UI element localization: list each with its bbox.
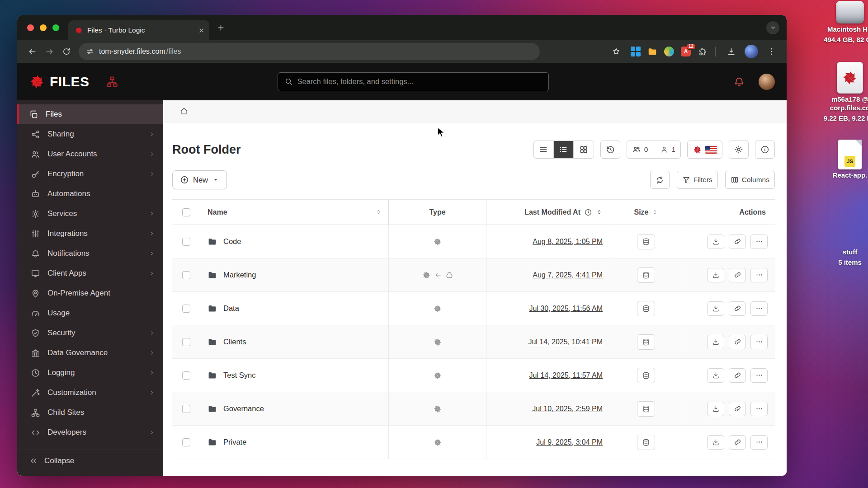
sidebar-item-notifications[interactable]: Notifications [17, 244, 163, 263]
row-checkbox[interactable] [182, 338, 190, 346]
site-settings-icon[interactable] [86, 47, 94, 56]
size-button[interactable] [637, 401, 655, 417]
download-button[interactable] [707, 335, 724, 349]
info-button[interactable] [755, 141, 775, 159]
row-checkbox[interactable] [182, 438, 190, 446]
zoom-window-button[interactable] [52, 24, 59, 31]
modified-date-link[interactable]: Aug 8, 2025, 1:05 PM [533, 238, 603, 246]
modified-date-link[interactable]: Jul 14, 2025, 10:41 PM [528, 338, 603, 346]
columns-button[interactable]: Columns [725, 171, 775, 189]
table-row[interactable]: Governance Jul 10, 2025, 2:59 PM [172, 392, 775, 426]
share-link-button[interactable] [729, 301, 746, 316]
file-name[interactable]: Marketing [223, 271, 256, 279]
share-link-button[interactable] [729, 268, 746, 282]
row-checkbox[interactable] [182, 238, 190, 246]
settings-button[interactable] [729, 141, 749, 159]
sidebar-item-security[interactable]: Security [17, 323, 163, 343]
size-button[interactable] [637, 368, 655, 383]
grid-view-button[interactable] [574, 141, 594, 158]
browser-profile-avatar[interactable] [745, 45, 758, 58]
global-search[interactable] [278, 72, 549, 91]
back-button[interactable] [24, 43, 41, 60]
sidebar-item-child-sites[interactable]: Child Sites [17, 403, 163, 422]
sidebar-item-usage[interactable]: Usage [17, 303, 163, 323]
bookmark-star-button[interactable] [608, 43, 625, 60]
new-button[interactable]: New [172, 170, 227, 189]
download-button[interactable] [707, 368, 724, 383]
minimize-window-button[interactable] [40, 24, 47, 31]
more-actions-button[interactable] [750, 368, 768, 383]
more-actions-button[interactable] [750, 435, 768, 450]
download-button[interactable] [707, 435, 724, 450]
region-brand-button[interactable] [687, 141, 722, 159]
sidebar-item-integrations[interactable]: Integrations [17, 224, 163, 244]
new-tab-button[interactable] [217, 23, 225, 32]
extension-icon-2[interactable] [646, 46, 658, 57]
sidebar-item-data-governance[interactable]: Data Governance [17, 343, 163, 363]
tab-search-chevron-button[interactable] [766, 21, 779, 34]
file-name[interactable]: Clients [223, 338, 246, 346]
size-button[interactable] [637, 435, 655, 450]
file-name[interactable]: Governance [223, 404, 264, 413]
filters-button[interactable]: Filters [677, 171, 718, 189]
extensions-menu-button[interactable] [697, 46, 708, 57]
size-button[interactable] [637, 234, 655, 249]
size-button[interactable] [637, 334, 655, 350]
clock-icon[interactable] [584, 208, 592, 216]
share-link-button[interactable] [729, 368, 746, 383]
file-name[interactable]: Private [223, 438, 246, 446]
reload-button[interactable] [58, 43, 75, 60]
user-avatar[interactable] [759, 74, 775, 90]
more-actions-button[interactable] [750, 301, 768, 316]
desktop-icon-macintosh-hd[interactable]: Macintosh HD 494.4 GB, 82 GB [829, 1, 868, 44]
share-link-button[interactable] [729, 335, 746, 349]
sidebar-item-customization[interactable]: Customization [17, 383, 163, 403]
notifications-bell-icon[interactable] [733, 76, 745, 88]
more-actions-button[interactable] [750, 235, 768, 249]
extension-icon-3[interactable] [663, 46, 675, 57]
table-row[interactable]: Clients Jul 14, 2025, 10:41 PM [172, 325, 775, 359]
desktop-icon-files-drive[interactable]: m56a178 @ corp.files.co 9.22 EB, 9.22 EB [829, 62, 868, 122]
more-actions-button[interactable] [750, 268, 768, 282]
list-view-button[interactable] [534, 141, 554, 158]
modified-date-link[interactable]: Jul 10, 2025, 2:59 PM [532, 405, 603, 413]
history-button[interactable] [600, 141, 620, 159]
extension-icon-4[interactable]: A 12 [680, 46, 692, 57]
extension-icon-1[interactable] [630, 46, 642, 57]
shared-users-button[interactable]: 0 1 [627, 141, 681, 159]
download-button[interactable] [707, 235, 724, 249]
sort-icon[interactable] [651, 209, 658, 216]
files-logo[interactable]: FILES [29, 74, 90, 90]
row-checkbox[interactable] [182, 371, 190, 380]
forward-button[interactable] [41, 43, 58, 60]
address-bar[interactable]: tom-snyder.files.com/files [79, 43, 540, 60]
sidebar-item-logging[interactable]: Logging [17, 363, 163, 383]
size-button[interactable] [637, 267, 655, 283]
home-icon[interactable] [179, 107, 189, 116]
row-checkbox[interactable] [182, 305, 190, 313]
row-checkbox[interactable] [182, 405, 190, 413]
sort-icon[interactable] [596, 209, 603, 216]
search-input[interactable] [297, 77, 542, 86]
share-link-button[interactable] [729, 402, 746, 416]
select-all-checkbox[interactable] [182, 208, 190, 216]
sidebar-item-services[interactable]: Services [17, 204, 163, 224]
browser-menu-button[interactable] [763, 43, 780, 60]
download-button[interactable] [707, 301, 724, 316]
download-button[interactable] [707, 402, 724, 416]
sort-icon[interactable] [375, 209, 382, 216]
table-row[interactable]: Data Jul 30, 2025, 11:56 AM [172, 292, 775, 325]
sidebar-item-automations[interactable]: Automations [17, 184, 163, 204]
sidebar-item-sharing[interactable]: Sharing [17, 124, 163, 144]
sidebar-item-client-apps[interactable]: Client Apps [17, 263, 163, 283]
desktop-icon-stuff-folder[interactable]: stuff 5 items [829, 220, 868, 267]
more-actions-button[interactable] [750, 402, 768, 416]
share-link-button[interactable] [729, 435, 746, 450]
downloads-button[interactable] [722, 43, 740, 60]
modified-date-link[interactable]: Jul 14, 2025, 11:57 AM [529, 371, 603, 380]
sidebar-item-encryption[interactable]: Encryption [17, 164, 163, 184]
table-row[interactable]: Code Aug 8, 2025, 1:05 PM [172, 225, 775, 258]
tab-close-icon[interactable] [198, 27, 205, 34]
desktop-icon-react-app[interactable]: JS React-app. [829, 140, 868, 180]
file-name[interactable]: Test Sync [223, 371, 256, 380]
